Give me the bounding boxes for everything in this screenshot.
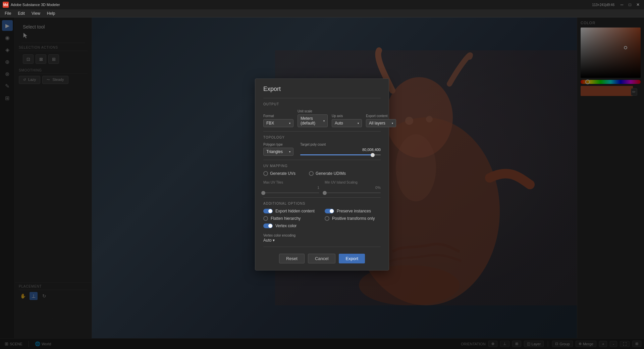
poly-count-group: Target poly count 80,008,400 <box>300 143 381 155</box>
export-hidden-row: Export hidden content <box>263 209 319 213</box>
generate-udims-row: Generate UDIMs <box>309 171 346 176</box>
output-divider <box>263 98 381 98</box>
up-axis-label: Up axis <box>332 114 362 118</box>
vertex-encoding-label: Vertex color encoding <box>263 234 381 237</box>
output-section-label: OUTPUT <box>263 102 381 106</box>
flatten-hierarchy-label: Flatten hierarchy <box>271 216 301 221</box>
dialog-title: Export <box>263 86 381 93</box>
additional-divider <box>263 197 381 198</box>
poly-slider-thumb[interactable] <box>371 153 375 157</box>
menubar: File Edit View Help <box>0 9 644 17</box>
preserve-instances-knob <box>330 209 334 213</box>
topology-section-label: TOPOLOGY <box>263 136 381 139</box>
reset-button[interactable]: Reset <box>279 254 305 263</box>
window-controls: ─ □ ✕ <box>619 1 641 8</box>
left-options-col: Export hidden content Flatten hierarchy … <box>263 209 319 231</box>
unit-scale-label: Unit scale <box>298 109 328 113</box>
additional-section-label: ADDITIONAL OPTIONS <box>263 202 381 205</box>
preserve-instances-row: Preserve instances <box>325 209 381 213</box>
max-uv-slider-track <box>263 192 319 193</box>
generate-uvs-radio[interactable] <box>263 171 268 176</box>
menu-edit[interactable]: Edit <box>14 10 28 16</box>
cancel-button[interactable]: Cancel <box>308 254 335 263</box>
menu-view[interactable]: View <box>28 10 44 16</box>
dialog-footer: Reset Cancel Export <box>263 254 381 263</box>
vertex-color-label: Vertex color <box>275 223 297 228</box>
generate-uvs-row: Generate UVs <box>263 171 296 176</box>
footer-divider <box>263 247 381 247</box>
max-uv-slider-thumb[interactable] <box>261 191 265 195</box>
flatten-hierarchy-row: Flatten hierarchy <box>263 216 319 221</box>
vertex-encoding-select[interactable]: Auto ▾ <box>263 238 290 243</box>
positive-transforms-row: Positive transforms only <box>325 216 381 221</box>
vertex-encoding-row: Vertex color encoding Auto ▾ <box>263 234 381 243</box>
min-uv-island-group: Min UV Island Scaling 0% <box>325 181 381 193</box>
flatten-hierarchy-radio[interactable] <box>263 216 268 221</box>
export-content-label: Export content <box>366 114 396 118</box>
minimize-button[interactable]: ─ <box>619 1 625 8</box>
titlebar: Md Adobe Substance 3D Modeler 113+241|d9… <box>0 0 644 9</box>
export-hidden-label: Export hidden content <box>275 209 315 213</box>
format-label: Format <box>263 114 293 118</box>
app-icon: Md <box>3 2 9 8</box>
uv-divider <box>263 160 381 160</box>
output-options-row: Format FBX ▾ Unit scale Meters (default)… <box>263 109 381 127</box>
close-button[interactable]: ✕ <box>635 1 641 8</box>
poly-slider-track <box>300 154 381 155</box>
vertex-color-toggle[interactable] <box>263 223 273 228</box>
max-uv-tiles-value: 1 <box>263 186 319 190</box>
poly-count-slider[interactable] <box>300 154 381 155</box>
topology-row: Polygon type Triangles ▾ Target poly cou… <box>263 143 381 156</box>
polygon-type-select[interactable]: Triangles ▾ <box>263 148 293 156</box>
topology-divider <box>263 131 381 132</box>
max-uv-tiles-label: Max UV Tiles <box>263 181 319 184</box>
unit-scale-group: Unit scale Meters (default) ▾ <box>298 109 328 127</box>
vertex-color-knob <box>268 224 272 228</box>
generate-uvs-label: Generate UVs <box>270 171 296 176</box>
app-title: Adobe Substance 3D Modeler <box>11 3 592 7</box>
uv-radio-row: Generate UVs Generate UDIMs <box>263 171 381 178</box>
up-axis-group: Up axis Auto ▾ <box>332 114 362 127</box>
uv-sliders-row: Max UV Tiles 1 Min UV Island Scaling 0% <box>263 181 381 193</box>
export-hidden-knob <box>268 209 272 213</box>
min-uv-slider-track <box>325 192 381 193</box>
maximize-button[interactable]: □ <box>627 1 633 8</box>
export-content-group: Export content All layers ▾ <box>366 114 396 127</box>
up-axis-select[interactable]: Auto ▾ <box>332 119 362 127</box>
poly-slider-fill <box>300 154 373 155</box>
export-content-select[interactable]: All layers ▾ <box>366 119 396 127</box>
menu-help[interactable]: Help <box>44 10 59 16</box>
preserve-instances-label: Preserve instances <box>337 209 371 213</box>
coords-display: 113+241|d9:46 <box>592 3 614 7</box>
min-uv-island-value: 0% <box>325 186 381 190</box>
vertex-color-row: Vertex color <box>263 223 319 228</box>
max-uv-tiles-group: Max UV Tiles 1 <box>263 181 319 193</box>
additional-options-grid: Export hidden content Flatten hierarchy … <box>263 209 381 231</box>
export-hidden-toggle[interactable] <box>263 209 273 213</box>
preserve-instances-toggle[interactable] <box>325 209 334 213</box>
export-dialog: Export OUTPUT Format FBX ▾ Unit scale Me… <box>255 79 389 270</box>
menu-file[interactable]: File <box>1 10 14 16</box>
positive-transforms-label: Positive transforms only <box>332 216 375 221</box>
poly-count-value: 80,008,400 <box>300 148 381 152</box>
min-uv-island-slider[interactable] <box>325 192 381 193</box>
generate-udims-radio[interactable] <box>309 171 314 176</box>
unit-scale-select[interactable]: Meters (default) ▾ <box>298 114 328 127</box>
export-button[interactable]: Export <box>339 254 365 263</box>
format-group: Format FBX ▾ <box>263 114 293 127</box>
target-poly-label: Target poly count <box>300 143 381 146</box>
positive-transforms-radio[interactable] <box>325 216 329 221</box>
uv-section-label: UV MAPPING <box>263 164 381 168</box>
min-uv-slider-thumb[interactable] <box>323 191 327 195</box>
min-uv-island-label: Min UV Island Scaling <box>325 181 381 184</box>
polygon-type-group: Polygon type Triangles ▾ <box>263 143 293 156</box>
right-options-col: Preserve instances Positive transforms o… <box>325 209 381 231</box>
polygon-type-label: Polygon type <box>263 143 293 146</box>
generate-udims-label: Generate UDIMs <box>316 171 346 176</box>
max-uv-tiles-slider[interactable] <box>263 192 319 193</box>
format-select[interactable]: FBX ▾ <box>263 119 293 127</box>
